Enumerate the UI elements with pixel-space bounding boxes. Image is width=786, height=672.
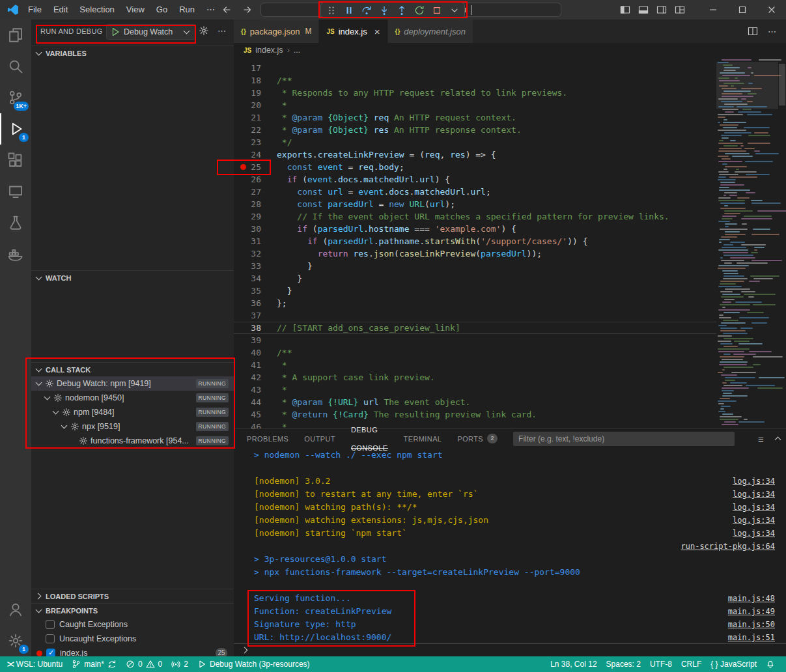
docker-icon[interactable] bbox=[0, 238, 31, 270]
line-number[interactable]: 20 bbox=[234, 99, 277, 111]
panel-tab-debug-console[interactable]: DEBUG CONSOLE bbox=[351, 429, 388, 449]
line-number[interactable]: 22 bbox=[234, 124, 277, 136]
minimap[interactable] bbox=[716, 57, 778, 428]
line-number[interactable]: 29 bbox=[234, 210, 277, 223]
menu-edit[interactable]: Edit bbox=[48, 0, 74, 20]
scrollbar-thumb[interactable] bbox=[779, 64, 785, 105]
debug-status[interactable]: Debug Watch (3p-resources) bbox=[193, 656, 315, 672]
stop-icon[interactable] bbox=[428, 3, 445, 18]
line-number[interactable]: 41 bbox=[234, 359, 277, 371]
line-number[interactable]: 17 bbox=[234, 62, 277, 74]
tab-index.js[interactable]: JSindex.js× bbox=[319, 20, 387, 43]
explorer-icon[interactable] bbox=[0, 20, 31, 51]
source-link[interactable]: main.js:49 bbox=[728, 605, 775, 618]
line-number[interactable]: 44 bbox=[234, 396, 277, 408]
source-link[interactable]: log.js:34 bbox=[733, 514, 775, 527]
source-link[interactable]: run-script-pkg.js:64 bbox=[681, 540, 776, 553]
source-link[interactable]: log.js:34 bbox=[733, 475, 775, 488]
panel-tab-terminal[interactable]: TERMINAL bbox=[404, 429, 442, 449]
breakpoint-dot-icon[interactable] bbox=[240, 164, 246, 170]
pause-icon[interactable] bbox=[340, 3, 358, 18]
line-number[interactable]: 35 bbox=[234, 285, 277, 297]
settings-gear-icon[interactable]: 1 bbox=[0, 625, 31, 656]
close-tab-icon[interactable]: × bbox=[374, 27, 380, 36]
remote-indicator[interactable]: ><WSL: Ubuntu bbox=[3, 656, 67, 672]
line-number[interactable]: 34 bbox=[234, 272, 277, 285]
line-number[interactable]: 31 bbox=[234, 235, 277, 247]
breadcrumb-file[interactable]: index.js bbox=[255, 46, 283, 55]
line-number[interactable]: 33 bbox=[234, 260, 277, 272]
source-link[interactable]: main.js:51 bbox=[728, 631, 775, 643]
breakpoint-checkbox[interactable] bbox=[46, 634, 55, 643]
line-number[interactable]: 36 bbox=[234, 297, 277, 309]
encoding[interactable]: UTF-8 bbox=[645, 656, 677, 672]
more-actions-icon[interactable]: ⋯ bbox=[768, 27, 776, 36]
line-number[interactable]: 24 bbox=[234, 148, 277, 161]
call-stack-row[interactable]: functions-framework [954...RUNNING bbox=[31, 434, 234, 448]
eol-sequence[interactable]: CRLF bbox=[677, 656, 706, 672]
output-actions-icon[interactable]: ≡ bbox=[758, 434, 764, 445]
line-number[interactable]: 25 bbox=[234, 161, 277, 173]
filter-input[interactable] bbox=[513, 432, 735, 446]
forward-arrow-icon[interactable] bbox=[242, 5, 253, 15]
breakpoint-row[interactable]: index.js25 bbox=[31, 646, 234, 656]
source-link[interactable]: log.js:34 bbox=[733, 501, 775, 514]
line-number[interactable]: 40 bbox=[234, 346, 277, 359]
start-debugging-icon[interactable] bbox=[110, 27, 120, 37]
line-number[interactable]: 21 bbox=[234, 111, 277, 124]
toggle-secondary-sidebar-icon[interactable] bbox=[656, 5, 667, 15]
split-editor-icon[interactable] bbox=[748, 26, 758, 36]
forwarded-ports[interactable]: 2 bbox=[167, 656, 193, 672]
tab-package.json[interactable]: {}package.jsonM bbox=[234, 20, 319, 43]
line-number[interactable]: 37 bbox=[234, 309, 277, 322]
debug-console-input[interactable] bbox=[234, 643, 786, 656]
line-number[interactable]: 18 bbox=[234, 74, 277, 87]
line-number[interactable]: 32 bbox=[234, 247, 277, 260]
breakpoint-checkbox[interactable] bbox=[46, 620, 55, 629]
line-number[interactable]: 19 bbox=[234, 87, 277, 99]
tab-deployment.json[interactable]: {}deployment.json bbox=[388, 20, 473, 43]
source-link[interactable]: main.js:48 bbox=[728, 592, 775, 605]
run-debug-icon[interactable]: 1 bbox=[0, 113, 31, 145]
indentation[interactable]: Spaces: 2 bbox=[602, 656, 645, 672]
menu-file[interactable]: File bbox=[22, 0, 48, 20]
line-number[interactable]: 28 bbox=[234, 198, 277, 210]
branch-status[interactable]: main* bbox=[67, 656, 121, 672]
menu-more[interactable]: ⋯ bbox=[201, 0, 221, 20]
toggle-sidebar-icon[interactable] bbox=[620, 5, 630, 15]
line-number[interactable]: 27 bbox=[234, 186, 277, 198]
line-number[interactable]: 42 bbox=[234, 371, 277, 384]
source-link[interactable]: main.js:50 bbox=[728, 618, 775, 631]
panel-tab-ports[interactable]: PORTS2 bbox=[457, 429, 498, 449]
line-number[interactable]: 43 bbox=[234, 384, 277, 396]
source-control-icon[interactable]: 1K+ bbox=[0, 82, 31, 113]
breadcrumb-more[interactable]: ... bbox=[294, 46, 300, 55]
more-actions-icon[interactable]: ⋯ bbox=[218, 26, 226, 36]
line-number[interactable]: 30 bbox=[234, 223, 277, 235]
step-over-icon[interactable] bbox=[358, 3, 375, 18]
call-stack-row[interactable]: nodemon [9450]RUNNING bbox=[31, 391, 234, 405]
loaded-scripts-section-header[interactable]: LOADED SCRIPTS bbox=[31, 589, 234, 603]
variables-section-header[interactable]: VARIABLES bbox=[31, 46, 234, 60]
step-into-icon[interactable] bbox=[375, 3, 393, 18]
watch-section-header[interactable]: WATCH bbox=[31, 270, 234, 285]
remote-explorer-icon[interactable] bbox=[0, 176, 31, 207]
breakpoint-row[interactable]: Caught Exceptions bbox=[31, 617, 234, 632]
call-stack-row[interactable]: npm [9484]RUNNING bbox=[31, 405, 234, 419]
breadcrumb[interactable]: JS index.js › ... bbox=[234, 43, 786, 57]
line-number[interactable]: 39 bbox=[234, 334, 277, 346]
notifications[interactable] bbox=[761, 656, 779, 672]
close-button[interactable] bbox=[757, 0, 786, 20]
menu-go[interactable]: Go bbox=[150, 0, 173, 20]
debug-settings-gear-icon[interactable] bbox=[199, 25, 209, 36]
breakpoints-section-header[interactable]: BREAKPOINTS bbox=[31, 603, 234, 617]
extensions-icon[interactable] bbox=[0, 145, 31, 176]
debug-config-dropdown[interactable]: Debug Watch bbox=[106, 24, 196, 40]
minimize-button[interactable] bbox=[698, 0, 727, 20]
chevron-up-icon[interactable] bbox=[773, 434, 783, 444]
call-stack-row[interactable]: npx [9519]RUNNING bbox=[31, 419, 234, 434]
call-stack-section-header[interactable]: CALL STACK bbox=[31, 362, 234, 376]
breakpoint-row[interactable]: Uncaught Exceptions bbox=[31, 632, 234, 646]
breakpoint-checkbox[interactable] bbox=[46, 649, 55, 656]
account-icon[interactable] bbox=[0, 594, 31, 625]
